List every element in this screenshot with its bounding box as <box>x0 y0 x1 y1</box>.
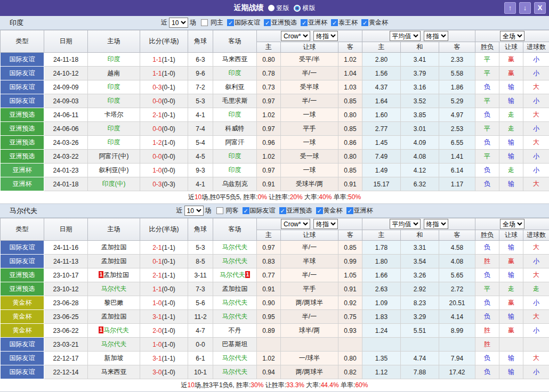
league-filter-checkbox[interactable]: ✓ <box>301 19 308 26</box>
corner-score: 7-2 <box>188 80 213 94</box>
result-outcome: 负 <box>475 80 499 94</box>
team-section: 马尔代夫近10场同客✓国际友谊✓亚洲预选✓黄金杯✓亚洲杯类型日期主场比分(半场)… <box>0 204 549 392</box>
sub-column-header: 进球数 <box>523 230 549 241</box>
fulltime-score: 1-0 <box>152 299 162 307</box>
summary-segment: 近 <box>181 381 188 389</box>
avg-odds-away: 1.86 <box>439 80 475 94</box>
result-handicap: 输 <box>499 136 523 150</box>
table-row: 亚洲预选23-10-171孟加拉国2-1(1-1)3-11马尔代夫10.77半/… <box>1 268 549 282</box>
radio-selected-icon[interactable] <box>268 5 274 11</box>
home-team-name: 孟加拉国 <box>101 313 127 320</box>
fulltime-score: 1-1 <box>152 285 162 293</box>
league-filter-checkbox[interactable]: ✓ <box>361 19 368 26</box>
avg-odds-home: 4.37 <box>362 80 401 94</box>
handicap-odds-home: 0.96 <box>257 136 281 150</box>
result-handicap: 输 <box>499 94 523 108</box>
type-badge: 黄金杯 <box>1 296 44 310</box>
handicap-odds-home: 0.97 <box>257 94 281 108</box>
final-odds-select-2[interactable]: 终指 <box>424 31 448 41</box>
home-team-name: 印度 <box>108 138 120 146</box>
odds-company-select[interactable]: Crow* <box>281 31 310 41</box>
avg-odds-draw: 5.51 <box>401 324 439 338</box>
avg-odds-away: 1.41 <box>439 150 475 164</box>
away-team: 马尔代夫 <box>213 310 257 324</box>
radio-horizontal-label: 横版 <box>303 4 316 13</box>
same-venue-checkbox[interactable] <box>216 207 223 214</box>
summary-segment: 60% <box>355 381 368 389</box>
away-team-name: 叙利亚 <box>225 83 245 91</box>
avg-odds-home: 1.64 <box>362 94 401 108</box>
result-handicap: 赢 <box>499 296 523 310</box>
score: 0-0(0-0) <box>140 150 188 164</box>
scroll-down-button[interactable]: ↓ <box>519 2 531 14</box>
result-goals: 小 <box>523 296 549 310</box>
halftime-score: (1-0) <box>162 327 175 334</box>
average-select[interactable]: 平均值 <box>390 219 421 229</box>
odds-company-select[interactable]: Crow* <box>281 219 310 229</box>
league-filter-checkbox[interactable]: ✓ <box>227 19 234 26</box>
handicap-odds-away: 0.91 <box>338 282 362 296</box>
radio-unselected-icon[interactable] <box>294 5 301 12</box>
league-filter-checkbox[interactable]: ✓ <box>331 19 338 26</box>
summary-segment: 10 <box>195 193 201 201</box>
league-filter-checkbox[interactable]: ✓ <box>243 207 249 214</box>
scroll-up-button[interactable]: ↑ <box>504 2 516 14</box>
filter-controls: 近10场同主✓国际友谊✓亚洲预选✓亚洲杯✓泰王杯✓黄金杯 <box>161 18 388 28</box>
halftime-score: (0-0) <box>162 153 175 160</box>
score: 2-1(1-1) <box>140 241 188 255</box>
result-handicap: 赢 <box>499 53 523 67</box>
handicap-odds-home: 0.78 <box>257 67 281 80</box>
handicap-odds-away: 1.04 <box>338 67 362 80</box>
result-goals: 小 <box>523 365 549 379</box>
handicap-line: 球半/两 <box>281 324 338 338</box>
fulltime-score: 0-0 <box>152 125 162 133</box>
sub-column-header: 主 <box>257 230 281 241</box>
league-filter-checkbox[interactable]: ✓ <box>264 19 271 26</box>
type-badge: 国际友谊 <box>1 352 44 365</box>
handicap-odds-away: 0.85 <box>338 122 362 136</box>
corner-score: 4-1 <box>188 108 213 122</box>
result-outcome: 平 <box>475 282 499 296</box>
league-filter-checkbox[interactable]: ✓ <box>346 207 353 214</box>
league-filter-checkbox[interactable]: ✓ <box>279 207 286 214</box>
match-date: 24-06-06 <box>44 122 88 136</box>
fulltime-score: 0-0 <box>152 97 162 105</box>
match-date: 24-11-13 <box>44 255 88 268</box>
league-filter-checkbox[interactable]: ✓ <box>316 207 323 214</box>
final-odds-select[interactable]: 终指 <box>313 31 338 41</box>
match-date: 24-09-03 <box>44 94 88 108</box>
recent-count-select[interactable]: 10 <box>184 206 204 216</box>
same-venue-checkbox[interactable] <box>201 19 208 26</box>
handicap-line: 平手 <box>281 282 338 296</box>
final-odds-select[interactable]: 终指 <box>313 219 338 229</box>
layout-radio-vertical[interactable]: 竖版 <box>268 4 289 13</box>
column-header: 角球 <box>188 218 213 241</box>
score: 1-1(1-0) <box>140 67 188 80</box>
avg-odds-home: 1.35 <box>362 352 401 365</box>
recent-count-select[interactable]: 10 <box>169 18 188 28</box>
column-header: 比分(半场) <box>140 30 188 53</box>
home-team: 孟加拉国 <box>88 241 140 255</box>
final-odds-select-2[interactable]: 终指 <box>424 219 448 229</box>
avg-odds-away: 2.53 <box>439 122 475 136</box>
summary-segment: 50% <box>348 193 361 201</box>
handicap-line: 一/球半 <box>281 352 338 365</box>
summary-segment: 大率: <box>303 193 319 201</box>
close-button[interactable]: X <box>534 2 546 14</box>
table-row: 亚洲杯24-01-18印度(中)0-3(0-3)4-1乌兹别克0.91受球半/两… <box>1 177 549 191</box>
halftime-score: (0-0) <box>162 125 175 133</box>
layout-radio-horizontal[interactable]: 横版 <box>294 4 316 13</box>
avg-odds-away <box>439 338 475 352</box>
halftime-score: (1-1) <box>162 313 175 321</box>
fulltime-score: 2-1 <box>152 272 162 279</box>
avg-odds-draw: 3.54 <box>401 255 439 268</box>
fulltime-select[interactable]: 全场 <box>500 31 524 41</box>
home-team-name: 越南 <box>108 69 120 77</box>
league-filter-item: ✓黄金杯 <box>314 206 343 215</box>
result-outcome: 负 <box>475 310 499 324</box>
average-select[interactable]: 平均值 <box>390 31 421 41</box>
away-team-name: 毛里求斯 <box>222 97 248 104</box>
handicap-odds-away: 0.75 <box>338 310 362 324</box>
avg-odds-home: 2.80 <box>362 53 401 67</box>
fulltime-select[interactable]: 全场 <box>500 219 524 229</box>
